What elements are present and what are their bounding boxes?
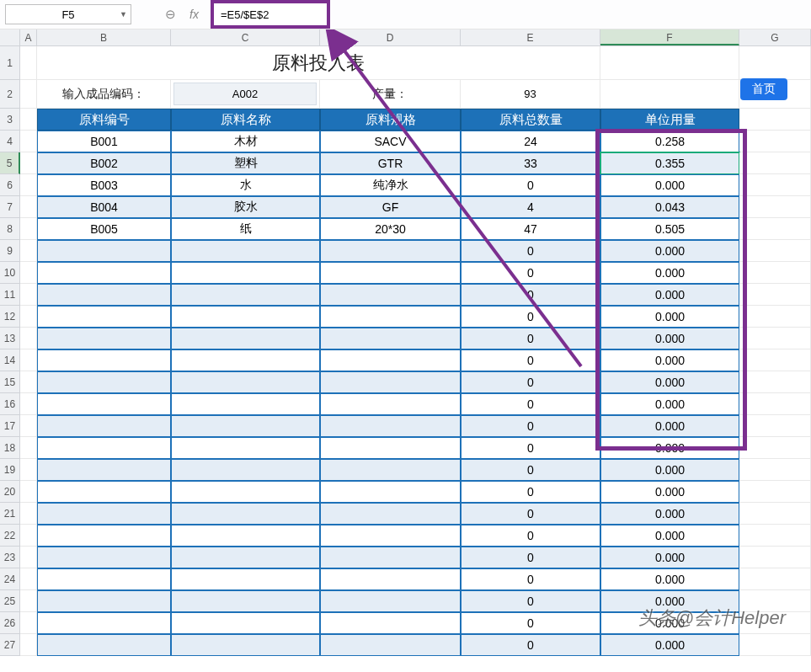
cell-material-name[interactable] (171, 415, 320, 437)
cell-g[interactable] (739, 459, 811, 481)
cell-spec[interactable] (320, 349, 461, 371)
cell-material-id[interactable]: B002 (37, 152, 171, 174)
cell-material-name[interactable] (171, 306, 320, 328)
cell-spec[interactable] (320, 284, 461, 306)
cell-total-qty[interactable]: 0 (461, 612, 600, 634)
row-header-11[interactable]: 11 (0, 284, 20, 306)
cell-total-qty[interactable]: 0 (461, 459, 600, 481)
cell-g[interactable] (739, 262, 811, 284)
col-header-b[interactable]: B (37, 29, 171, 45)
cell-material-name[interactable]: 水 (171, 174, 320, 196)
cell-unit-usage[interactable]: 0.000 (600, 174, 739, 196)
row-header-8[interactable]: 8 (0, 218, 20, 240)
col-header-e[interactable]: E (461, 29, 600, 45)
cell-g[interactable] (739, 174, 811, 196)
cell-material-id[interactable] (37, 349, 171, 371)
cell-total-qty[interactable]: 0 (461, 174, 600, 196)
row-header-2[interactable]: 2 (0, 80, 20, 109)
cell-total-qty[interactable]: 0 (461, 547, 600, 568)
select-all-corner[interactable] (0, 29, 20, 45)
cell-total-qty[interactable]: 0 (461, 481, 600, 503)
cell-g[interactable] (739, 503, 811, 525)
cell-spec[interactable] (320, 371, 461, 393)
cell-g[interactable] (739, 218, 811, 240)
cell-material-name[interactable] (171, 634, 320, 656)
row-header-7[interactable]: 7 (0, 196, 20, 218)
cell-spec[interactable] (320, 525, 461, 547)
cell-a[interactable] (20, 437, 37, 459)
cell-material-id[interactable] (37, 371, 171, 393)
cell-total-qty[interactable]: 0 (461, 590, 600, 612)
cell-g[interactable] (739, 284, 811, 306)
cell-total-qty[interactable]: 0 (461, 525, 600, 547)
cell-material-name[interactable] (171, 349, 320, 371)
cell-material-name[interactable] (171, 459, 320, 481)
fx-icon[interactable]: fx (189, 8, 199, 21)
cell-material-name[interactable] (171, 371, 320, 393)
cell-g3[interactable] (739, 109, 811, 131)
cell-material-id[interactable] (37, 262, 171, 284)
row-header-9[interactable]: 9 (0, 240, 20, 262)
cell-g[interactable] (739, 437, 811, 459)
cell-a[interactable] (20, 262, 37, 284)
cell-a2[interactable] (20, 80, 37, 109)
cell-a[interactable] (20, 371, 37, 393)
cell-a[interactable] (20, 218, 37, 240)
cell-g[interactable] (739, 415, 811, 437)
cell-g[interactable] (739, 481, 811, 503)
cell-material-id[interactable] (37, 590, 171, 612)
cell-a[interactable] (20, 634, 37, 656)
cell-total-qty[interactable]: 24 (461, 131, 600, 152)
cell-unit-usage[interactable]: 0.000 (600, 328, 739, 349)
cell-a[interactable] (20, 481, 37, 503)
cell-spec[interactable] (320, 262, 461, 284)
cell-spec[interactable] (320, 415, 461, 437)
cell-a1[interactable] (20, 46, 37, 80)
cell-a[interactable] (20, 349, 37, 371)
cell-spec[interactable]: GF (320, 196, 461, 218)
cell-material-name[interactable] (171, 568, 320, 590)
row-header-24[interactable]: 24 (0, 568, 20, 590)
cell-total-qty[interactable]: 0 (461, 568, 600, 590)
cell-spec[interactable] (320, 437, 461, 459)
row-header-25[interactable]: 25 (0, 590, 20, 612)
output-value[interactable]: 93 (461, 80, 600, 109)
cell-total-qty[interactable]: 0 (461, 415, 600, 437)
cell-material-id[interactable] (37, 525, 171, 547)
cell-unit-usage[interactable]: 0.000 (600, 349, 739, 371)
cell-unit-usage[interactable]: 0.000 (600, 437, 739, 459)
cell-spec[interactable] (320, 240, 461, 262)
col-header-a[interactable]: A (20, 29, 37, 45)
cell-total-qty[interactable]: 0 (461, 328, 600, 349)
cell-a[interactable] (20, 174, 37, 196)
cell-material-name[interactable] (171, 481, 320, 503)
cell-unit-usage[interactable]: 0.000 (600, 525, 739, 547)
row-header-18[interactable]: 18 (0, 437, 20, 459)
formula-input[interactable] (216, 5, 325, 24)
cell-a[interactable] (20, 196, 37, 218)
cell-g[interactable] (739, 328, 811, 349)
row-header-16[interactable]: 16 (0, 393, 20, 415)
cell-g[interactable] (739, 152, 811, 174)
cell-material-name[interactable] (171, 240, 320, 262)
cell-a[interactable] (20, 459, 37, 481)
col-header-f[interactable]: F (600, 29, 739, 45)
cell-f1[interactable] (600, 46, 739, 80)
cell-total-qty[interactable]: 0 (461, 393, 600, 415)
row-header-27[interactable]: 27 (0, 634, 20, 656)
row-header-5[interactable]: 5 (0, 152, 20, 174)
cell-a3[interactable] (20, 109, 37, 131)
cell-material-id[interactable] (37, 459, 171, 481)
cell-material-id[interactable] (37, 393, 171, 415)
cell-unit-usage[interactable]: 0.000 (600, 481, 739, 503)
row-header-14[interactable]: 14 (0, 349, 20, 371)
row-header-19[interactable]: 19 (0, 459, 20, 481)
cell-material-id[interactable] (37, 284, 171, 306)
cell-material-name[interactable]: 纸 (171, 218, 320, 240)
cell-material-name[interactable]: 木材 (171, 131, 320, 152)
row-header-22[interactable]: 22 (0, 525, 20, 547)
cell-unit-usage[interactable]: 0.000 (600, 371, 739, 393)
cell-total-qty[interactable]: 0 (461, 284, 600, 306)
cell-g[interactable] (739, 240, 811, 262)
cell-total-qty[interactable]: 0 (461, 240, 600, 262)
